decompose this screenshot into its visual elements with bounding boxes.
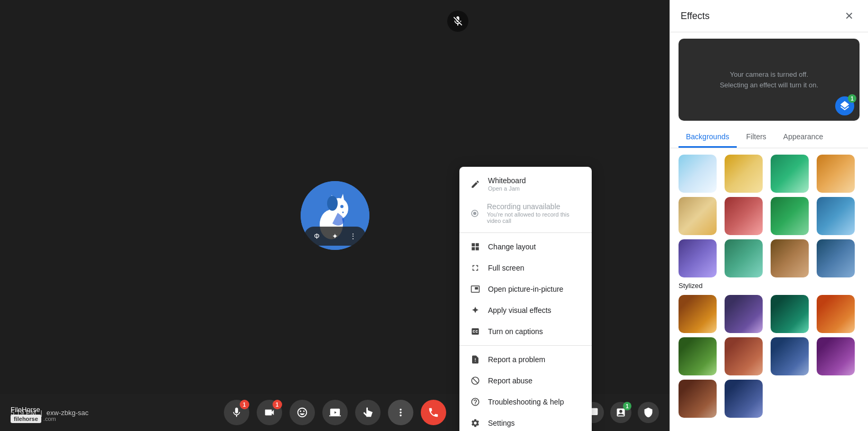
activities-button[interactable]: 1 [610,402,631,423]
stylized-grid-row3 [679,380,860,418]
menu-item-report-abuse[interactable]: Report abuse [459,370,592,391]
recording-icon [470,208,480,219]
stylized-thumb-2[interactable] [725,295,763,333]
stylized-section-label: Stylized [679,282,860,290]
stylized-thumb-10[interactable] [725,380,763,418]
menu-pip-label: Open picture-in-picture [488,285,563,293]
background-thumb-12[interactable] [817,239,855,277]
stylized-thumb-4[interactable] [817,295,855,333]
mic-button[interactable]: 1 [224,400,249,425]
report-problem-icon [470,354,481,365]
host-controls-button[interactable] [638,402,659,423]
background-thumb-5[interactable] [679,197,717,235]
stylized-thumb-1[interactable] [679,295,717,333]
backgrounds-grid-row3 [679,239,860,277]
avatar-effects-icon: ✦ [328,229,342,244]
effects-close-button[interactable]: ✕ [840,7,857,24]
tab-backgrounds[interactable]: Backgrounds [679,127,737,148]
menu-whiteboard-subtitle: Open a Jam [488,185,526,192]
camera-preview-text: Your camera is turned off. Selecting an … [716,69,822,90]
fullscreen-icon [470,263,481,273]
menu-item-recording: Recording unavailable You're not allowed… [459,197,592,229]
background-thumb-11[interactable] [771,239,809,277]
stylized-thumb-8[interactable] [817,337,855,375]
stylized-thumb-6[interactable] [725,337,763,375]
watermark-com: .com [43,416,56,422]
whiteboard-icon [470,179,481,190]
menu-fullscreen-label: Full screen [488,264,524,272]
svg-point-7 [342,212,343,213]
effects-header: Effects ✕ [670,0,868,32]
menu-change-layout-label: Change layout [488,243,536,251]
background-thumb-7[interactable] [771,197,809,235]
stylized-thumb-7[interactable] [771,337,809,375]
svg-point-10 [473,212,476,215]
menu-item-whiteboard[interactable]: Whiteboard Open a Jam [459,171,592,197]
activities-badge: 1 [623,402,631,410]
context-menu: Whiteboard Open a Jam Recording unavaila… [459,167,592,431]
present-button[interactable] [322,400,348,425]
menu-item-troubleshooting[interactable]: Troubleshooting & help [459,391,592,412]
watermark-username: FileHorse [11,406,56,414]
stylized-thumb-3[interactable] [771,295,809,333]
troubleshooting-icon [470,397,481,407]
background-thumb-3[interactable] [771,155,809,193]
background-thumb-4[interactable] [817,155,855,193]
settings-icon [470,418,481,428]
stacked-layers-button[interactable]: 1 [835,96,854,115]
menu-report-problem-label: Report a problem [488,355,545,364]
change-layout-icon [470,241,481,252]
center-controls: 1 1 [224,400,446,425]
global-mute-indicator [447,11,468,32]
menu-item-settings[interactable]: Settings [459,412,592,431]
watermark: FileHorse filehorse .com [11,406,56,423]
background-thumb-1[interactable] [679,155,717,193]
tab-appearance[interactable]: Appearance [776,127,831,148]
visual-effects-icon [470,305,481,316]
camera-badge: 1 [273,400,282,409]
menu-report-abuse-label: Report abuse [488,376,532,385]
menu-whiteboard-label: Whiteboard [488,176,526,185]
report-abuse-icon [470,375,481,386]
stylized-grid-row1 [679,295,860,333]
tab-filters[interactable]: Filters [739,127,774,148]
menu-visual-effects-label: Apply visual effects [488,306,551,315]
reactions-button[interactable] [290,400,315,425]
menu-troubleshooting-label: Troubleshooting & help [488,398,564,406]
background-thumb-2[interactable] [725,155,763,193]
background-thumb-9[interactable] [679,239,717,277]
pip-icon [470,284,481,294]
stylized-grid-row2 [679,337,860,375]
menu-captions-label: Turn on captions [488,327,543,336]
camera-preview: Your camera is turned off. Selecting an … [679,39,860,121]
background-thumb-10[interactable] [725,239,763,277]
svg-point-8 [327,196,338,211]
camera-button[interactable]: 1 [257,400,282,425]
background-thumb-6[interactable] [725,197,763,235]
end-call-button[interactable] [421,400,446,425]
background-thumb-8[interactable] [817,197,855,235]
menu-item-fullscreen[interactable]: Full screen [459,257,592,279]
menu-recording-subtitle: You're not allowed to record this video … [487,211,581,224]
avatar-more-icon: ⋮ [346,229,360,244]
stacked-badge: 1 [848,94,856,103]
menu-item-report-problem[interactable]: Report a problem [459,349,592,370]
effects-title: Effects [681,11,710,22]
backgrounds-grid-row1 [679,155,860,193]
menu-item-pip[interactable]: Open picture-in-picture [459,279,592,300]
avatar-translate-icon: Ф [310,229,324,244]
stylized-thumb-9[interactable] [679,380,717,418]
menu-item-visual-effects[interactable]: Apply visual effects [459,300,592,321]
backgrounds-grid-row2 [679,197,860,235]
menu-item-change-layout[interactable]: Change layout [459,236,592,257]
watermark-logo-text: filehorse [11,415,41,423]
effects-tabs: Backgrounds Filters Appearance [670,127,868,148]
menu-item-captions[interactable]: Turn on captions [459,321,592,342]
raise-hand-button[interactable] [355,400,381,425]
participant-avatar-container: Ф ✦ ⋮ [301,181,369,250]
svg-point-6 [340,209,348,214]
stylized-thumb-5[interactable] [679,337,717,375]
more-options-button[interactable] [388,400,413,425]
menu-divider-2 [459,345,592,346]
watermark-logo: filehorse .com [11,415,56,423]
